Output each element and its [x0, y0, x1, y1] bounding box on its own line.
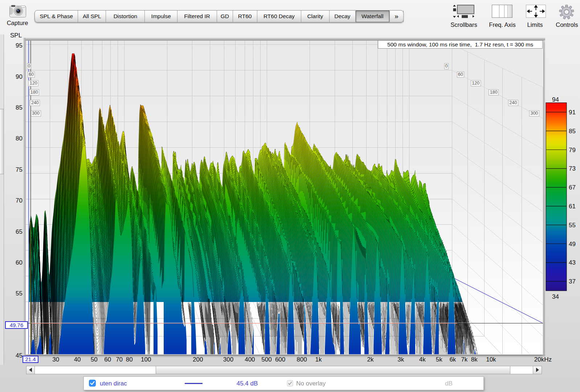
svg-text:73: 73 — [569, 165, 576, 172]
svg-text:37: 37 — [569, 278, 576, 285]
svg-text:43: 43 — [569, 259, 576, 266]
svg-text:94: 94 — [552, 96, 559, 103]
svg-text:49: 49 — [569, 241, 576, 248]
svg-text:67: 67 — [569, 184, 576, 191]
svg-text:34: 34 — [552, 293, 559, 300]
svg-text:55: 55 — [569, 222, 576, 229]
svg-text:91: 91 — [569, 109, 576, 116]
svg-text:61: 61 — [569, 203, 576, 210]
svg-text:79: 79 — [569, 147, 576, 154]
svg-text:85: 85 — [569, 128, 576, 135]
